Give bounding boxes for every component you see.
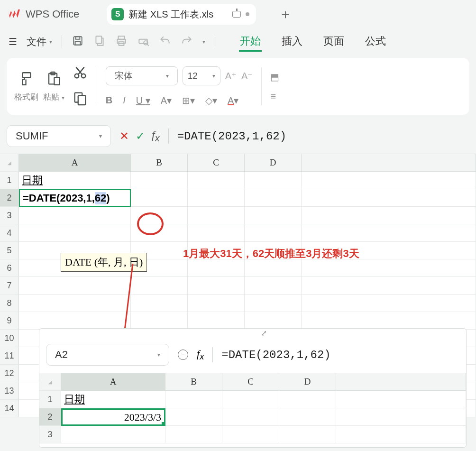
copy-icon[interactable] <box>72 90 88 108</box>
undo-icon[interactable] <box>159 35 171 49</box>
fill-color-button[interactable]: ◇▾ <box>205 95 217 106</box>
border-button[interactable]: ⊞▾ <box>182 95 195 106</box>
align-top-icon[interactable]: ⬒ <box>270 71 279 83</box>
tab-insert[interactable]: 插入 <box>281 32 303 52</box>
print-preview-icon[interactable] <box>137 35 149 49</box>
zoom-out-icon[interactable]: − <box>178 350 188 360</box>
hamburger-icon[interactable]: ☰ <box>9 36 17 47</box>
font-name-select[interactable]: 宋体▾ <box>106 66 178 85</box>
format-painter-group[interactable]: 格式刷 <box>14 71 38 102</box>
col-header-B[interactable]: B <box>131 154 188 172</box>
wps-logo-icon <box>6 7 20 21</box>
svg-rect-7 <box>139 39 147 44</box>
row-header[interactable]: 1 <box>0 172 19 189</box>
highlight-button[interactable]: A▾ <box>161 95 172 106</box>
tab-start[interactable]: 开始 <box>239 32 262 52</box>
fx-icon[interactable]: fx <box>197 348 204 362</box>
italic-button[interactable]: I <box>123 95 126 106</box>
select-all-corner[interactable] <box>0 154 19 172</box>
col-header-D[interactable]: D <box>245 154 302 172</box>
font-increase-icon[interactable]: A⁺ <box>225 70 237 82</box>
result-panel: ⤢ A2▾ − fx =DATE(2023,1,62) A B C D 1 日期… <box>39 328 467 448</box>
paste-icon <box>46 71 62 89</box>
menu-bar: ☰ 文件▾ ▾ 开始 插入 页面 公式 <box>0 28 476 55</box>
expand-icon[interactable]: ⤢ <box>261 329 267 339</box>
window-icon[interactable] <box>232 11 241 18</box>
svg-rect-1 <box>76 37 80 39</box>
title-bar: WPS Office S 新建 XLS 工作表.xls ＋ <box>0 0 476 28</box>
tab-page[interactable]: 页面 <box>322 32 345 52</box>
toolbar-more[interactable]: ▾ <box>202 38 205 45</box>
function-tooltip: DATE (年, 月, 日) <box>61 253 147 272</box>
align-left-icon[interactable]: ≡ <box>270 91 276 102</box>
ribbon: 格式刷 粘贴 ▾ 宋体▾ 12▾ A⁺ A⁻ B I U ▾ A▾ ⊞▾ ◇▾ … <box>7 58 469 115</box>
cancel-formula-icon[interactable]: ✕ <box>119 129 129 143</box>
spreadsheet-icon: S <box>111 8 124 20</box>
row-header[interactable]: 2 <box>0 189 19 207</box>
cut-icon[interactable] <box>72 64 88 83</box>
result-cell-A1[interactable]: 日期 <box>61 391 165 408</box>
svg-rect-9 <box>22 73 30 77</box>
cell-A1[interactable]: 日期 <box>19 172 131 189</box>
font-color-button[interactable]: A▾ <box>228 95 238 106</box>
document-tab[interactable]: S 新建 XLS 工作表.xls <box>107 4 256 25</box>
format-painter-icon <box>18 71 35 89</box>
font-size-select[interactable]: 12▾ <box>183 66 220 85</box>
annotation-text: 1月最大31天，62天顺推至3月还剩3天 <box>183 247 359 261</box>
ribbon-tabs: 开始 插入 页面 公式 <box>239 32 387 52</box>
confirm-formula-icon[interactable]: ✓ <box>136 129 145 143</box>
name-box[interactable]: SUMIF▾ <box>7 125 111 147</box>
document-tab-name: 新建 XLS 工作表.xls <box>128 8 213 21</box>
formula-bar-area: SUMIF▾ ✕ ✓ fx =DATE(2023,1,62) <box>7 125 469 147</box>
result-cell-A2[interactable]: 2023/3/3 <box>61 408 165 426</box>
svg-rect-12 <box>55 77 60 85</box>
save-icon[interactable] <box>72 35 84 49</box>
annotation-circle <box>137 212 164 235</box>
formula-bar-text[interactable]: =DATE(2023,1,62) <box>177 130 286 143</box>
svg-rect-2 <box>75 41 81 45</box>
redo-icon[interactable] <box>181 35 193 49</box>
fx-icon[interactable]: fx <box>152 129 160 144</box>
col-header-C[interactable]: C <box>188 154 245 172</box>
font-decrease-icon[interactable]: A⁻ <box>241 70 253 82</box>
svg-rect-16 <box>78 95 85 105</box>
tab-formula[interactable]: 公式 <box>364 32 387 52</box>
svg-rect-3 <box>96 36 101 43</box>
cell-A2[interactable]: =DATE(2023,1,62) <box>19 189 131 207</box>
new-tab-button[interactable]: ＋ <box>279 5 292 23</box>
col-header-A[interactable]: A <box>19 154 131 172</box>
result-name-box[interactable]: A2▾ <box>46 344 169 366</box>
print-icon[interactable] <box>115 35 128 49</box>
underline-button[interactable]: U ▾ <box>136 95 150 106</box>
export-icon[interactable] <box>93 35 106 49</box>
file-menu[interactable]: 文件▾ <box>27 35 52 48</box>
paste-group[interactable]: 粘贴 ▾ <box>43 71 64 102</box>
bold-button[interactable]: B <box>106 95 112 106</box>
tab-status-dot <box>246 12 249 16</box>
result-formula-text[interactable]: =DATE(2023,1,62) <box>221 349 330 361</box>
app-name: WPS Office <box>26 8 79 20</box>
